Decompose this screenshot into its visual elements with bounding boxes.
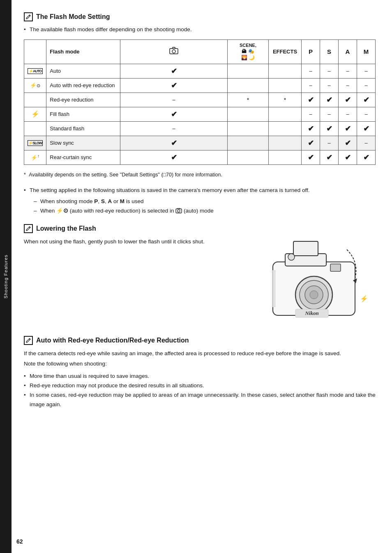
section3-title-block: Auto with Red-eye Reduction/Red-eye Redu… bbox=[24, 336, 376, 345]
row-p: – bbox=[302, 64, 320, 78]
th-a: A bbox=[339, 40, 357, 64]
row-effects bbox=[269, 150, 302, 164]
row-s: – bbox=[320, 78, 339, 93]
section1-intro: The available flash modes differ dependi… bbox=[24, 25, 376, 34]
main-content: The Flash Mode Setting The available fla… bbox=[12, 0, 392, 553]
row-p: – bbox=[302, 107, 320, 121]
row-a: ✔ bbox=[339, 93, 357, 107]
th-scene: SCENE, 🏔 🎭 🌄 🌙 bbox=[228, 40, 269, 64]
row-icon bbox=[24, 93, 46, 107]
row-m: – bbox=[357, 78, 376, 93]
row-s: – bbox=[320, 136, 339, 150]
sidebar-label: Shooting Features bbox=[3, 255, 8, 298]
bullet-item-2: Red-eye reduction may not produce the de… bbox=[24, 381, 376, 391]
row-effects bbox=[269, 136, 302, 150]
table-row: ⚡⊙ Auto with red-eye reduction ✔ – – – – bbox=[24, 78, 376, 93]
row-m: ✔ bbox=[357, 150, 376, 164]
row-p: ✔ bbox=[302, 136, 320, 150]
row-p: – bbox=[302, 78, 320, 93]
section2-heading: Lowering the Flash bbox=[36, 225, 96, 232]
row-scene bbox=[228, 107, 269, 121]
row-s: ✔ bbox=[320, 121, 339, 136]
section2-title-block: Lowering the Flash bbox=[24, 224, 376, 233]
row-icon bbox=[24, 121, 46, 136]
row-m: ✔ bbox=[357, 121, 376, 136]
table-row: Red-eye reduction – * * ✔ ✔ ✔ ✔ bbox=[24, 93, 376, 107]
row-effects bbox=[269, 107, 302, 121]
row-mode: Auto bbox=[46, 64, 120, 78]
row-m: – bbox=[357, 64, 376, 78]
flash-mode-table: Flash mode SCENE, 🏔 🎭 🌄 🌙 bbox=[24, 39, 376, 164]
row-effects bbox=[269, 64, 302, 78]
th-p: P bbox=[302, 40, 320, 64]
pencil-icon-3 bbox=[24, 336, 33, 345]
svg-point-3 bbox=[178, 210, 180, 212]
bullet-item-3: In some cases, red-eye reduction may be … bbox=[24, 391, 376, 410]
row-camera: – bbox=[120, 121, 228, 136]
row-scene bbox=[228, 78, 269, 93]
row-icon: ⚡⊙ bbox=[24, 78, 46, 93]
row-mode: Standard flash bbox=[46, 121, 120, 136]
row-mode: Fill flash bbox=[46, 107, 120, 121]
section1-title-block: The Flash Mode Setting bbox=[24, 12, 376, 21]
row-camera: ✔ bbox=[120, 107, 228, 121]
sub-bullet-1: When shooting mode P, S, A or M is used bbox=[34, 197, 376, 206]
svg-point-1 bbox=[172, 50, 175, 53]
row-m: – bbox=[357, 107, 376, 121]
row-s: – bbox=[320, 107, 339, 121]
th-effects: EFFECTS bbox=[269, 40, 302, 64]
memory-bullets: The setting applied in the following sit… bbox=[24, 186, 376, 216]
bullet-item-1: More time than usual is required to save… bbox=[24, 372, 376, 381]
row-icon: ⚡SLOW bbox=[24, 136, 46, 150]
row-icon: ⚡ bbox=[24, 107, 46, 121]
row-mode: Auto with red-eye reduction bbox=[46, 78, 120, 93]
table-row: ⚡SLOW Slow sync ✔ ✔ – ✔ – bbox=[24, 136, 376, 150]
row-a: – bbox=[339, 64, 357, 78]
asterisk-text: Availability depends on the setting. See… bbox=[29, 172, 222, 178]
th-camera bbox=[120, 40, 228, 64]
row-a: – bbox=[339, 107, 357, 121]
red-eye-section: Auto with Red-eye Reduction/Red-eye Redu… bbox=[24, 336, 376, 410]
svg-point-10 bbox=[310, 291, 318, 299]
row-effects bbox=[269, 78, 302, 93]
row-mode: Slow sync bbox=[46, 136, 120, 150]
th-m: M bbox=[357, 40, 376, 64]
row-p: ✔ bbox=[302, 121, 320, 136]
row-m: ✔ bbox=[357, 93, 376, 107]
pencil-icon bbox=[24, 12, 33, 21]
sub-bullets: When shooting mode P, S, A or M is used … bbox=[30, 197, 376, 216]
lowering-text: When not using the flash, gently push to… bbox=[24, 237, 252, 246]
row-s: ✔ bbox=[320, 93, 339, 107]
row-icon: ⚡AUTO bbox=[24, 64, 46, 78]
red-eye-bullets: More time than usual is required to save… bbox=[24, 372, 376, 410]
row-scene bbox=[228, 64, 269, 78]
table-row: Standard flash – ✔ ✔ ✔ ✔ bbox=[24, 121, 376, 136]
th-s: S bbox=[320, 40, 339, 64]
row-effects bbox=[269, 121, 302, 136]
row-icon: ⚡↑ bbox=[24, 150, 46, 164]
sidebar: Shooting Features bbox=[0, 0, 12, 553]
asterisk-mark: * bbox=[24, 172, 27, 178]
row-camera: – bbox=[120, 93, 228, 107]
pencil-icon-2 bbox=[24, 224, 33, 233]
row-camera: ✔ bbox=[120, 64, 228, 78]
row-scene: * bbox=[228, 93, 269, 107]
red-eye-intro1: If the camera detects red-eye while savi… bbox=[24, 349, 376, 358]
row-camera: ✔ bbox=[120, 78, 228, 93]
row-scene bbox=[228, 150, 269, 164]
row-a: ✔ bbox=[339, 136, 357, 150]
row-camera: ✔ bbox=[120, 136, 228, 150]
lowering-section: Lowering the Flash When not using the fl… bbox=[24, 224, 376, 328]
memory-bullet-text: The setting applied in the following sit… bbox=[30, 186, 376, 194]
row-p: ✔ bbox=[302, 93, 320, 107]
svg-text:Nikon: Nikon bbox=[304, 310, 318, 316]
section3-heading: Auto with Red-eye Reduction/Red-eye Redu… bbox=[36, 337, 189, 344]
row-mode: Red-eye reduction bbox=[46, 93, 120, 107]
svg-rect-11 bbox=[330, 264, 341, 271]
table-row: ⚡↑ Rear-curtain sync ✔ ✔ ✔ ✔ ✔ bbox=[24, 150, 376, 164]
red-eye-intro2: Note the following when shooting: bbox=[24, 359, 376, 368]
row-s: ✔ bbox=[320, 150, 339, 164]
row-mode: Rear-curtain sync bbox=[46, 150, 120, 164]
th-icon bbox=[24, 40, 46, 64]
row-scene bbox=[228, 136, 269, 150]
